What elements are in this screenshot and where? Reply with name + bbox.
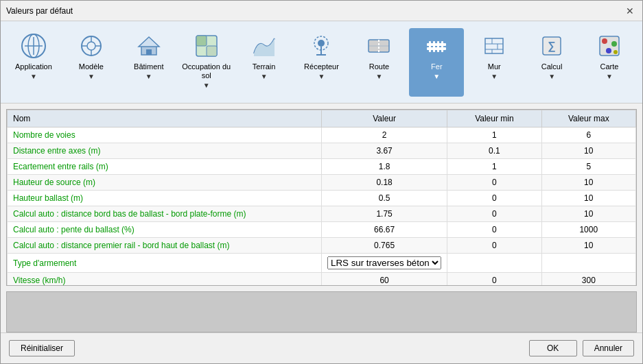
modele-icon <box>78 32 105 60</box>
table-row: Distance entre axes (m)3.670.110 <box>8 143 636 159</box>
toolbar-item-route[interactable]: Route ▼ <box>351 28 406 97</box>
toolbar-item-terrain[interactable]: Terrain ▼ <box>237 28 292 97</box>
data-table: Nom Valeur Valeur min Valeur max Nombre … <box>7 110 636 286</box>
main-window: Valeurs par défaut ✕ Application ▼ <box>0 0 643 364</box>
svg-text:∑: ∑ <box>548 40 555 52</box>
table-row: Calcul auto : distance bord bas de balla… <box>8 206 636 222</box>
svg-rect-29 <box>485 38 503 53</box>
row-max: 1000 <box>541 222 635 238</box>
table-row: Ecartement entre rails (m)1.815 <box>8 159 636 175</box>
svg-rect-26 <box>433 41 435 52</box>
toolbar-item-mur[interactable]: Mur ▼ <box>467 28 522 97</box>
calcul-label: Calcul <box>541 62 563 71</box>
table-row: Hauteur de source (m)0.18010 <box>8 175 636 191</box>
row-max: 10 <box>541 206 635 222</box>
toolbar-item-calcul[interactable]: ∑ Calcul ▼ <box>524 28 579 97</box>
table-row: Type d'armementLRS sur traverses béton <box>8 254 636 273</box>
mur-arrow: ▼ <box>491 73 498 80</box>
fer-label: Fer <box>431 62 443 71</box>
row-nom: Distance entre axes (m) <box>8 143 322 159</box>
col-header-nom: Nom <box>8 110 322 128</box>
svg-point-38 <box>602 38 607 44</box>
title-bar: Valeurs par défaut ✕ <box>1 1 642 21</box>
row-min: 0 <box>447 238 541 254</box>
svg-point-39 <box>611 41 617 47</box>
terrain-icon <box>250 32 278 60</box>
application-arrow: ▼ <box>30 73 37 80</box>
application-label: Application <box>15 62 52 71</box>
row-min: 0 <box>447 175 541 191</box>
svg-rect-28 <box>441 41 443 52</box>
table-row: Calcul auto : distance premier rail - bo… <box>8 238 636 254</box>
toolbar-item-recepteur[interactable]: Récepteur ▼ <box>294 28 349 97</box>
toolbar-item-fer[interactable]: Fer ▼ <box>409 28 464 97</box>
row-max: 10 <box>541 175 635 191</box>
toolbar-item-batiment[interactable]: Bâtiment ▼ <box>121 28 176 97</box>
cancel-button[interactable]: Annuler <box>583 340 634 356</box>
mur-label: Mur <box>488 62 501 71</box>
row-valeur: 60 <box>322 273 447 287</box>
row-nom: Nombre de voies <box>8 128 322 143</box>
row-nom: Hauteur ballast (m) <box>8 191 322 206</box>
toolbar-item-modele[interactable]: Modèle ▼ <box>64 28 119 97</box>
col-header-max: Valeur max <box>541 110 635 128</box>
row-valeur: 0.5 <box>322 191 447 206</box>
row-nom: Calcul auto : distance premier rail - bo… <box>8 238 322 254</box>
svg-marker-11 <box>139 37 159 47</box>
svg-point-5 <box>87 42 95 50</box>
row-valeur-dropdown[interactable]: LRS sur traverses béton <box>327 256 441 269</box>
calcul-arrow: ▼ <box>548 73 555 80</box>
row-nom: Calcul auto : distance bord bas de balla… <box>8 206 322 222</box>
row-min: 0.1 <box>447 143 541 159</box>
row-min <box>447 254 541 273</box>
toolbar-item-occupation[interactable]: Occupation du sol ▼ <box>179 28 234 97</box>
row-valeur[interactable]: LRS sur traverses béton <box>322 254 447 273</box>
row-max: 5 <box>541 159 635 175</box>
close-button[interactable]: ✕ <box>623 4 637 18</box>
batiment-icon <box>135 32 163 60</box>
footer: Réinitialiser OK Annuler <box>1 332 642 363</box>
carte-label: Carte <box>600 62 619 71</box>
row-min: 0 <box>447 206 541 222</box>
col-header-valeur: Valeur <box>322 110 447 128</box>
row-valeur: 1.8 <box>322 159 447 175</box>
row-nom: Ecartement entre rails (m) <box>8 159 322 175</box>
reset-button[interactable]: Réinitialiser <box>9 340 75 356</box>
row-nom: Hauteur de source (m) <box>8 175 322 191</box>
footer-right: OK Annuler <box>529 340 634 356</box>
recepteur-arrow: ▼ <box>318 73 325 80</box>
row-max: 300 <box>541 273 635 287</box>
row-valeur: 3.67 <box>322 143 447 159</box>
row-valeur: 1.75 <box>322 206 447 222</box>
route-arrow: ▼ <box>375 73 382 80</box>
route-icon <box>365 32 393 60</box>
row-min: 0 <box>447 273 541 287</box>
toolbar-item-carte[interactable]: Carte ▼ <box>582 28 637 97</box>
row-nom: Calcul auto : pente du ballast (%) <box>8 222 322 238</box>
svg-rect-12 <box>146 49 152 55</box>
ok-button[interactable]: OK <box>529 340 577 356</box>
row-nom: Vitesse (km/h) <box>8 273 322 287</box>
empty-grey-area <box>6 291 637 332</box>
row-max: 6 <box>541 128 635 143</box>
row-min: 1 <box>447 159 541 175</box>
row-valeur: 2 <box>322 128 447 143</box>
svg-point-40 <box>606 48 611 53</box>
row-valeur: 0.765 <box>322 238 447 254</box>
carte-arrow: ▼ <box>606 73 613 80</box>
row-valeur: 66.67 <box>322 222 447 238</box>
fer-icon <box>423 32 450 60</box>
batiment-arrow: ▼ <box>145 73 152 80</box>
svg-point-41 <box>613 50 618 54</box>
carte-icon <box>596 32 623 60</box>
row-min: 0 <box>447 191 541 206</box>
row-min: 1 <box>447 128 541 143</box>
terrain-arrow: ▼ <box>261 73 268 80</box>
col-header-min: Valeur min <box>447 110 541 128</box>
content-area: Nom Valeur Valeur min Valeur max Nombre … <box>1 104 642 332</box>
row-min: 0 <box>447 222 541 238</box>
toolbar-item-application[interactable]: Application ▼ <box>6 28 61 97</box>
recepteur-icon <box>307 32 335 60</box>
row-max <box>541 254 635 273</box>
row-max: 10 <box>541 191 635 206</box>
